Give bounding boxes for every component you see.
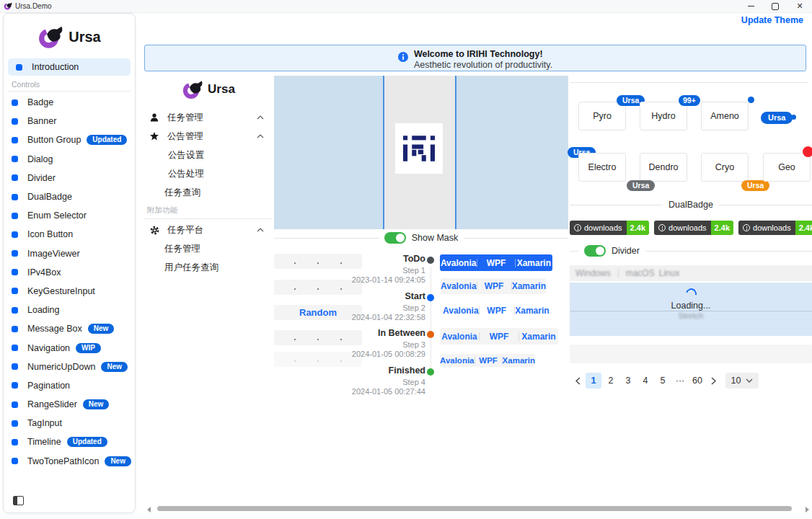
menu-group-task-management[interactable]: 任务管理 [144,108,273,127]
random-button[interactable]: Random [274,305,362,320]
sidebar-item-dualbadge[interactable]: DualBadge [4,187,135,206]
sidebar-item-numericupdown[interactable]: NumericUpDownNew [4,358,135,376]
wpf-button[interactable]: WPF [480,306,514,316]
xamarin-button[interactable]: Xamarin [503,356,535,365]
banner-subtitle: Aesthetic revolution of productivity. [414,60,552,70]
sidebar-item-twotonepathicon[interactable]: TwoTonePathIconNew [4,452,135,471]
sidebar-item-loading[interactable]: Loading [4,301,135,319]
divider-demo: Divider [570,245,812,257]
menu-group-task-platform[interactable]: 任务平台 [144,221,273,239]
divider-toggle[interactable] [584,245,606,257]
sidebar-item-introduction[interactable]: Introduction [8,58,131,76]
bullet-icon [12,174,18,181]
sidebar-item-enum-selector[interactable]: Enum Selector [4,206,135,225]
image-viewer[interactable] [274,76,568,229]
sidebar-item-icon-button[interactable]: Icon Button [4,225,135,244]
horizontal-scrollbar[interactable] [144,505,812,513]
update-theme-button[interactable]: Update Theme [737,13,808,27]
scroll-right-arrow-icon[interactable] [806,507,809,513]
page-button-3[interactable]: 3 [620,373,636,389]
divider-line [274,238,379,239]
sidebar-item-timeline[interactable]: TimelineUpdated [4,432,135,451]
wpf-button[interactable]: WPF [480,332,518,342]
close-button[interactable]: ✕ [787,0,812,12]
avalonia-button[interactable]: Avalonia [440,356,475,365]
ipv4-input[interactable] [274,330,362,345]
menu-item-platform-task-management[interactable]: 任务管理 [144,239,273,258]
status-badge: New [105,456,131,466]
menu-item-announcement-processing[interactable]: 公告处理 [144,164,273,183]
next-page-button[interactable] [707,373,720,389]
loading-masked-text: Stretch [570,311,812,320]
wpf-button[interactable]: WPF [475,356,502,365]
timeline-time: 2024-01-05 00:08:29 [352,350,425,358]
sidebar-item-ipv4box[interactable]: IPv4Box [4,263,135,282]
collapse-sidebar-icon[interactable] [13,496,24,505]
sidebar-item-rangeslider[interactable]: RangeSliderNew [4,395,135,414]
page-button-4[interactable]: 4 [637,373,653,389]
avalonia-button[interactable]: Avalonia [441,281,477,291]
downloads-dualbadge[interactable]: downloads 2.4k [570,221,649,235]
sidebar-item-badge[interactable]: Badge [4,93,135,112]
timeline-title: Finished [352,365,425,376]
menu-item-user-task-query[interactable]: 用户任务查询 [144,258,273,277]
downloads-dualbadge[interactable]: downloads 2.4k [738,221,812,235]
sidebar-item-imageviewer[interactable]: ImageViewer [4,244,135,263]
menu-item-announcement-settings[interactable]: 公告设置 [144,146,273,164]
avalonia-button[interactable]: Avalonia [440,332,479,342]
sidebar-item-navigation[interactable]: NavigationWIP [4,338,135,357]
ursa-logo-icon [182,80,203,99]
bullet-icon [12,269,18,275]
info-icon [398,52,408,62]
dot-badge [748,97,754,103]
page-button-2[interactable]: 2 [603,373,619,389]
bullet-icon [12,458,18,464]
timeline-title: Start [352,291,425,301]
sidebar-item-dialog[interactable]: Dialog [4,150,135,169]
sidebar-item-button-group[interactable]: Button GroupUpdated [4,130,135,149]
viewer-visible-region[interactable] [384,76,455,229]
sidebar: Ursa Introduction Controls Badge Banner … [3,13,136,513]
sidebar-item-taginput[interactable]: TagInput [4,414,135,432]
page-button-5[interactable]: 5 [655,373,671,389]
xamarin-button[interactable]: Xamarin [519,332,558,342]
sidebar-item-keygestureinput[interactable]: KeyGestureInput [4,282,135,301]
scrollbar-thumb[interactable] [157,506,792,511]
toggle-knob [596,247,604,255]
xamarin-button[interactable]: Xamarin [516,258,552,268]
menu-item-task-query[interactable]: 任务查询 [144,183,273,202]
timeline-step: Step 2 [352,303,425,313]
ipv4-input[interactable] [274,280,362,295]
page-button-60[interactable]: 60 [689,373,705,389]
sidebar-item-pagination[interactable]: Pagination [4,376,135,395]
info-icon [743,224,750,231]
show-mask-toggle[interactable] [384,232,406,244]
ipv4-input[interactable] [274,254,362,269]
sidebar-item-message-box[interactable]: Message BoxNew [4,319,135,338]
maximize-button[interactable] [763,0,787,12]
bullet-icon [12,439,18,445]
count-badge: 99+ [679,95,700,106]
chevron-up-icon [257,134,264,138]
menu-group-announcement-management[interactable]: 公告管理 [144,127,273,146]
bullet-icon [12,420,18,427]
avalonia-button[interactable]: Avalonia [440,258,477,268]
previous-page-button[interactable] [571,373,584,389]
page-ellipsis[interactable]: ··· [672,373,688,389]
wpf-button[interactable]: WPF [477,258,514,268]
sidebar-item-banner[interactable]: Banner [4,112,135,130]
xamarin-button[interactable]: Xamarin [515,306,550,316]
bullet-icon [12,99,18,106]
page-size-select[interactable]: 10 [725,373,759,389]
timeline-connector [431,267,432,375]
xamarin-button[interactable]: Xamarin [512,281,546,291]
page-button-1[interactable]: 1 [586,373,601,389]
minimize-button[interactable] [738,0,763,12]
scroll-left-arrow-icon[interactable] [147,507,151,513]
wpf-button[interactable]: WPF [477,281,511,291]
downloads-dualbadge[interactable]: downloads 2.4k [654,221,733,235]
avalonia-button[interactable]: Avalonia [443,306,479,316]
status-badge: WIP [76,343,101,353]
timeline-step: Step 4 [352,378,425,387]
sidebar-item-divider[interactable]: Divider [4,169,135,187]
